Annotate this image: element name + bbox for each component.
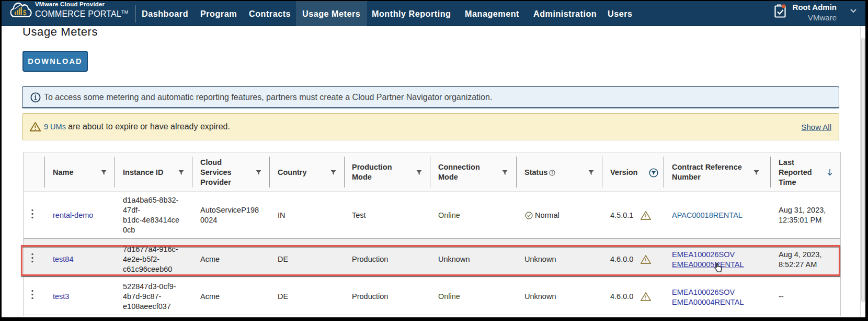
svg-text:$: $ [23,9,26,17]
